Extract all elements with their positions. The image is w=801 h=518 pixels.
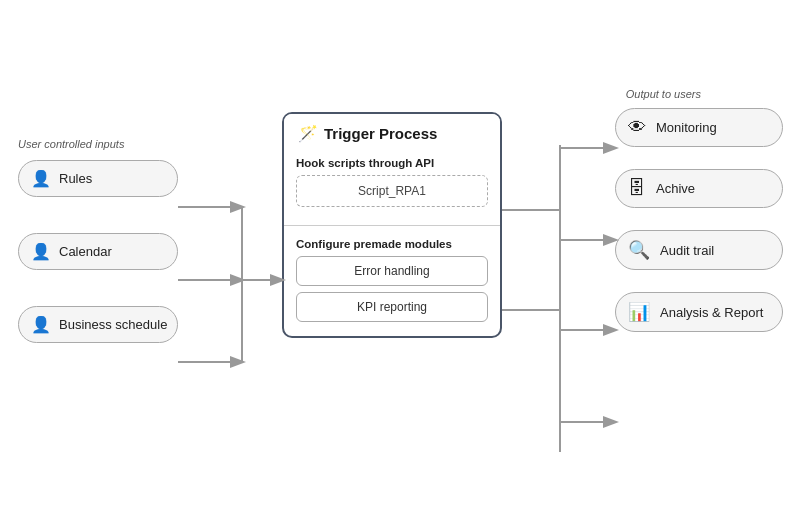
kpi-reporting-label: KPI reporting <box>357 300 427 314</box>
person-icon-calendar: 👤 <box>31 242 51 261</box>
output-monitoring-label: Monitoring <box>656 120 717 135</box>
output-audit-trail: 🔍 Audit trail <box>615 230 783 270</box>
hook-section: Hook scripts through API Script_RPA1 <box>284 151 500 219</box>
person-icon-business: 👤 <box>31 315 51 334</box>
person-icon-rules: 👤 <box>31 169 51 188</box>
analysis-report-icon: 📊 <box>628 301 650 323</box>
output-audit-trail-label: Audit trail <box>660 243 714 258</box>
monitoring-icon: 👁 <box>628 117 646 138</box>
output-label: Output to users <box>626 88 701 100</box>
trigger-box: 🪄 Trigger Process Hook scripts through A… <box>282 112 502 338</box>
trigger-title: Trigger Process <box>324 125 437 142</box>
output-archive: 🗄 Achive <box>615 169 783 208</box>
input-label: User controlled inputs <box>18 138 124 150</box>
input-calendar: 👤 Calendar <box>18 233 178 270</box>
output-section: 👁 Monitoring 🗄 Achive 🔍 Audit trail 📊 An… <box>615 108 783 332</box>
archive-icon: 🗄 <box>628 178 646 199</box>
script-rpa1-label: Script_RPA1 <box>358 184 426 198</box>
error-handling-label: Error handling <box>354 264 429 278</box>
configure-section-label: Configure premade modules <box>296 238 488 250</box>
kpi-reporting-box: KPI reporting <box>296 292 488 322</box>
input-section: 👤 Rules 👤 Calendar 👤 Business schedule <box>18 160 178 343</box>
output-analysis-report: 📊 Analysis & Report <box>615 292 783 332</box>
script-rpa1-box: Script_RPA1 <box>296 175 488 207</box>
trigger-header: 🪄 Trigger Process <box>284 114 500 151</box>
diagram-container: User controlled inputs 👤 Rules 👤 Calenda… <box>0 0 801 518</box>
output-monitoring: 👁 Monitoring <box>615 108 783 147</box>
error-handling-box: Error handling <box>296 256 488 286</box>
hook-section-label: Hook scripts through API <box>296 157 488 169</box>
input-rules-label: Rules <box>59 171 92 186</box>
output-analysis-report-label: Analysis & Report <box>660 305 763 320</box>
section-divider <box>284 225 500 226</box>
input-business-label: Business schedule <box>59 317 167 332</box>
input-business: 👤 Business schedule <box>18 306 178 343</box>
output-archive-label: Achive <box>656 181 695 196</box>
configure-section: Configure premade modules Error handling… <box>284 232 500 336</box>
input-calendar-label: Calendar <box>59 244 112 259</box>
audit-trail-icon: 🔍 <box>628 239 650 261</box>
input-rules: 👤 Rules <box>18 160 178 197</box>
trigger-icon: 🪄 <box>298 124 318 143</box>
